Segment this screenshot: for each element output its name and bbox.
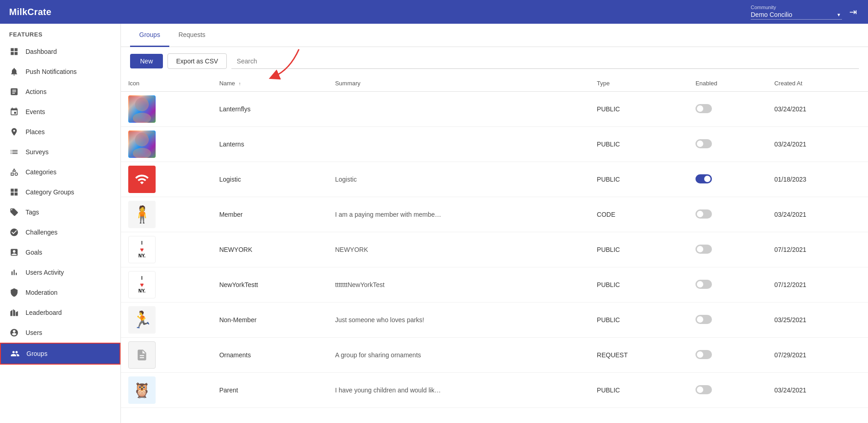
enabled-toggle[interactable] [695,209,712,219]
sidebar-item-dashboard[interactable]: Dashboard [0,42,120,62]
sidebar-item-categories[interactable]: Categories [0,162,120,182]
sidebar-item-label: Category Groups [26,188,74,196]
export-csv-button[interactable]: Export as CSV [167,53,227,69]
enabled-toggle[interactable] [695,139,712,148]
main-layout: Features Dashboard Push Notifications Ac… [0,24,868,423]
cell-icon: 🧍 [121,197,212,232]
table-row[interactable]: Logistic Logistic PUBLIC 01/18/2023 [121,162,868,197]
person-circle-icon [9,328,19,338]
table-row[interactable]: I♥NY. NewYorkTestt tttttttNewYorkTest PU… [121,267,868,303]
enabled-toggle[interactable] [695,174,712,183]
goals-icon [9,247,19,257]
cell-name: Ornaments [212,338,328,373]
sidebar-item-actions[interactable]: Actions [0,82,120,102]
toggle-slider [695,385,712,394]
cell-created-at: 07/12/2021 [767,267,868,303]
cell-icon [121,127,212,162]
sidebar-item-label: Surveys [26,148,49,156]
cell-enabled [688,373,767,408]
dashboard-icon [9,47,19,57]
cell-enabled [688,303,767,338]
svg-rect-0 [11,48,14,52]
enabled-toggle[interactable] [695,315,712,324]
bell-icon [9,67,19,77]
app-brand: MilkCrate [9,7,52,17]
cell-created-at: 03/24/2021 [767,92,868,127]
col-enabled: Enabled [688,75,767,92]
cell-name: Parent [212,373,328,408]
cell-icon: I♥NY. [121,267,212,303]
svg-rect-3 [15,52,18,55]
cell-type: PUBLIC [590,232,688,267]
cell-type: PUBLIC [590,92,688,127]
search-input[interactable] [231,54,859,69]
table-header: Icon Name ↑ Summary Type Enabled Created… [121,75,868,92]
new-button[interactable]: New [130,54,163,68]
sidebar-item-label: Actions [26,88,47,95]
sidebar-item-label: Groups [26,350,47,357]
sidebar-item-tags[interactable]: Tags [0,202,120,222]
cell-summary: NEWYORK [328,232,590,267]
cell-icon [121,92,212,127]
logout-button[interactable]: ⇥ [847,5,859,19]
groups-table: Icon Name ↑ Summary Type Enabled Created… [121,75,868,408]
table-row[interactable]: I♥NY. NEWYORK NEWYORK PUBLIC 07/12/2021 [121,232,868,267]
cell-created-at: 03/24/2021 [767,373,868,408]
cell-summary: Just someone who loves parks! [328,303,590,338]
sidebar-item-goals[interactable]: Goals [0,242,120,262]
enabled-toggle[interactable] [695,245,712,254]
logout-icon: ⇥ [849,6,857,17]
table-row[interactable]: 🧍 Member I am a paying member with membe… [121,197,868,232]
table-row[interactable]: 🏃 Non-Member Just someone who loves park… [121,303,868,338]
table-row[interactable]: 🦉 Parent I have young children and would… [121,373,868,408]
cell-name: Lanternflys [212,92,328,127]
cell-name: NEWYORK [212,232,328,267]
sidebar-item-challenges[interactable]: Challenges [0,222,120,242]
enabled-toggle[interactable] [695,350,712,359]
cell-enabled [688,127,767,162]
navbar-right: Community Demo Concilio ⇥ [751,5,859,20]
enabled-toggle[interactable] [695,385,712,394]
cell-summary: I am a paying member with membe… [328,197,590,232]
table-body: Lanternflys PUBLIC 03/24/2021 Lanterns P… [121,92,868,408]
community-select[interactable]: Demo Concilio [751,10,842,20]
sidebar-item-label: Goals [26,249,42,256]
sidebar-item-category-groups[interactable]: Category Groups [0,182,120,202]
place-icon [9,127,19,137]
sidebar-section-title: Features [0,24,120,42]
sidebar-item-label: Leaderboard [26,309,62,316]
cell-icon: 🏃 [121,303,212,338]
col-name[interactable]: Name ↑ [212,75,328,92]
table-row[interactable]: Lanterns PUBLIC 03/24/2021 [121,127,868,162]
sidebar-item-moderation[interactable]: Moderation [0,282,120,303]
shield-icon [9,287,19,298]
sidebar-item-label: Places [26,128,45,136]
cell-type: CODE [590,197,688,232]
sidebar-item-users[interactable]: Users [0,323,120,343]
cell-icon [121,338,212,373]
tab-groups[interactable]: Groups [130,24,169,47]
sidebar-item-places[interactable]: Places [0,122,120,142]
sidebar-item-label: Users [26,329,42,336]
enabled-toggle[interactable] [695,104,712,113]
sidebar-item-events[interactable]: Events [0,102,120,122]
category-icon [9,167,19,177]
sidebar-item-label: Moderation [26,289,58,296]
table-row[interactable]: Ornaments A group for sharing ornaments … [121,338,868,373]
sidebar-item-leaderboard[interactable]: Leaderboard [0,303,120,323]
sidebar-item-users-activity[interactable]: Users Activity [0,262,120,282]
sidebar-item-groups[interactable]: Groups [0,343,120,365]
cell-name: Logistic [212,162,328,197]
check-circle-icon [9,227,19,237]
table-row[interactable]: Lanternflys PUBLIC 03/24/2021 [121,92,868,127]
cell-type: PUBLIC [590,267,688,303]
cell-enabled [688,267,767,303]
article-icon [9,87,19,97]
toggle-slider [695,104,712,113]
cell-enabled [688,92,767,127]
tab-requests[interactable]: Requests [169,24,214,47]
sidebar-item-push-notifications[interactable]: Push Notifications [0,62,120,82]
cell-summary: Logistic [328,162,590,197]
enabled-toggle[interactable] [695,280,712,289]
sidebar-item-surveys[interactable]: Surveys [0,142,120,162]
